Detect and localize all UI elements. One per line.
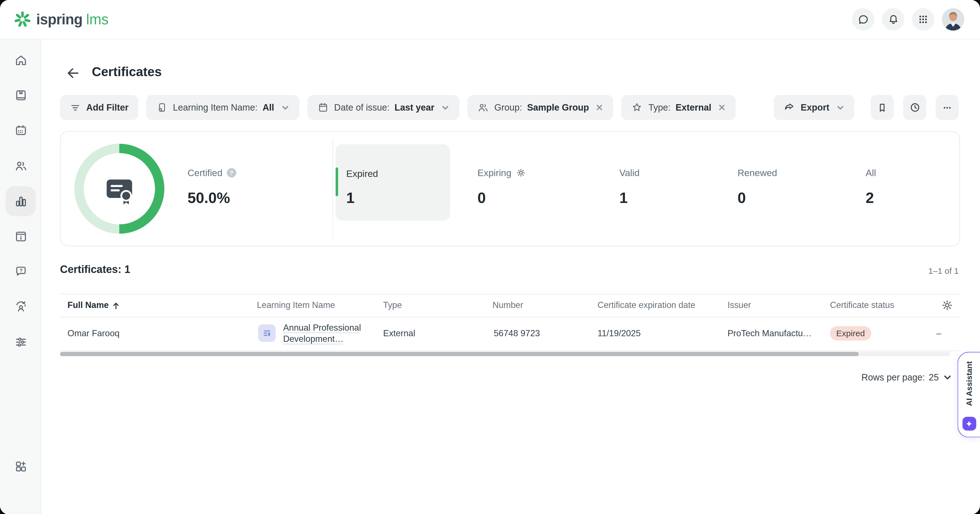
- status-badge: Expired: [830, 326, 871, 341]
- chip-label: Learning Item Name:: [173, 102, 258, 113]
- certified-donut: [75, 143, 164, 234]
- stat-value: 0: [738, 189, 746, 207]
- notifications-button[interactable]: [882, 8, 904, 30]
- table-row[interactable]: Omar Farooq Annual Professional Developm…: [60, 316, 960, 351]
- sidebar-item-home[interactable]: [6, 45, 35, 75]
- selected-accent-bar: [336, 167, 338, 196]
- chat-bubble-icon: [856, 13, 870, 26]
- column-header-status[interactable]: Certificate status: [830, 294, 894, 317]
- stat-value: 1: [619, 189, 628, 207]
- apps-grid-button[interactable]: [912, 8, 934, 30]
- chevron-down-icon: [280, 103, 290, 112]
- sidebar-item-learning[interactable]: [6, 80, 35, 110]
- chip-value: Last year: [395, 102, 434, 113]
- column-header-full-name[interactable]: Full Name: [67, 294, 120, 317]
- close-icon[interactable]: [595, 103, 604, 112]
- page-title: Certificates: [92, 64, 162, 80]
- topbar: ispring lms: [0, 0, 980, 40]
- history-button[interactable]: [903, 95, 926, 120]
- chip-value: All: [262, 102, 274, 113]
- filter-chip-learning-item[interactable]: Learning Item Name: All: [146, 95, 299, 120]
- cell-expiration-date: 11/19/2025: [598, 316, 641, 350]
- sidebar-item-help[interactable]: ?: [6, 256, 35, 286]
- info-panel-icon: [13, 229, 28, 243]
- saved-reports-button[interactable]: [870, 95, 894, 120]
- bookmark-icon: [876, 102, 888, 113]
- certified-label-row: Certified ?: [188, 167, 236, 178]
- column-header-number[interactable]: Number: [493, 294, 523, 317]
- cell-learning-item-name[interactable]: Annual Professional Development…: [283, 323, 375, 344]
- column-settings-gear-icon[interactable]: [940, 299, 954, 312]
- more-actions-button[interactable]: [936, 95, 959, 120]
- bar-chart-icon: [13, 194, 28, 208]
- sidebar-item-apps[interactable]: [6, 451, 35, 481]
- arrow-left-icon: [65, 65, 81, 81]
- cell-number: 56748 9723: [494, 316, 540, 350]
- ai-assistant-tab[interactable]: AI Assistant: [958, 352, 980, 438]
- sort-asc-icon: [112, 301, 120, 310]
- stat-value: 2: [866, 189, 874, 207]
- cell-renewed: –: [932, 316, 945, 350]
- stat-label: Expiring: [477, 167, 511, 178]
- calendar-icon: [13, 123, 28, 137]
- logo-brand-text: ispring: [36, 11, 82, 28]
- column-header-type[interactable]: Type: [383, 294, 402, 317]
- sidebar-item-users[interactable]: [6, 151, 35, 181]
- chevron-down-icon: [942, 372, 953, 382]
- ai-sparkle-icon: [962, 417, 976, 431]
- back-button[interactable]: [65, 65, 81, 81]
- bell-icon: [886, 13, 900, 26]
- stat-label: All: [866, 167, 876, 178]
- expiring-settings-icon[interactable]: [516, 167, 527, 178]
- logo-product-text: lms: [86, 11, 109, 28]
- stat-label: Valid: [619, 167, 640, 178]
- calendar-icon: [317, 101, 329, 114]
- scrollbar-thumb[interactable]: [60, 352, 859, 356]
- filter-lines-icon: [70, 102, 81, 113]
- sidebar-item-info-portal[interactable]: [6, 221, 35, 251]
- pagination-range: 1–1 of 1: [928, 266, 959, 275]
- sidebar-item-reports[interactable]: [6, 186, 35, 216]
- filter-chip-group[interactable]: Group: Sample Group: [468, 95, 614, 120]
- users-icon: [13, 158, 28, 173]
- rows-per-page-label: Rows per page:: [862, 372, 925, 382]
- stat-value: 0: [477, 189, 486, 207]
- column-header-learning-item[interactable]: Learning Item Name: [257, 294, 335, 317]
- app-window: ispring lms: [0, 0, 980, 514]
- grid-dots-icon: [917, 13, 930, 26]
- column-header-issuer[interactable]: Issuer: [727, 294, 751, 317]
- filter-chip-date-of-issue[interactable]: Date of issue: Last year: [307, 95, 459, 120]
- column-header-expiration[interactable]: Certificate expiration date: [598, 294, 695, 317]
- chip-label: Group:: [495, 102, 522, 113]
- rows-per-page-select[interactable]: Rows per page: 25: [862, 372, 953, 382]
- stat-label: Renewed: [738, 167, 777, 178]
- chip-value: Sample Group: [527, 102, 589, 113]
- export-button[interactable]: Export: [774, 95, 854, 120]
- stat-value: 1: [346, 189, 355, 207]
- sidebar: ?: [0, 39, 41, 514]
- stat-label: Expired: [346, 168, 378, 178]
- messages-button[interactable]: [852, 8, 874, 30]
- add-filter-button[interactable]: Add Filter: [60, 95, 138, 120]
- stat-tile-expired[interactable]: Expired 1: [336, 145, 450, 221]
- filter-chip-type[interactable]: Type: External: [622, 95, 736, 120]
- sidebar-item-settings[interactable]: [6, 327, 35, 356]
- help-chat-icon: ?: [13, 264, 28, 278]
- topbar-actions: [852, 8, 964, 30]
- logo[interactable]: ispring lms: [13, 0, 109, 39]
- sidebar-item-calendar[interactable]: [6, 115, 35, 145]
- horizontal-scrollbar[interactable]: [60, 352, 950, 356]
- sidebar-item-supervision[interactable]: [6, 291, 35, 321]
- supervision-icon: [13, 299, 28, 313]
- cell-type: External: [383, 316, 415, 350]
- close-icon[interactable]: [718, 103, 726, 112]
- cell-issuer: ProTech Manufactu…: [727, 316, 812, 350]
- learning-item-icon: [155, 101, 168, 114]
- certified-label: Certified: [188, 167, 223, 178]
- logo-flower-icon: [13, 10, 32, 29]
- filter-bar: Add Filter Learning Item Name: All: [60, 95, 735, 120]
- certified-help-icon[interactable]: ?: [227, 168, 236, 177]
- star-icon: [631, 101, 643, 114]
- avatar[interactable]: [942, 8, 964, 30]
- certificate-icon: [75, 143, 164, 234]
